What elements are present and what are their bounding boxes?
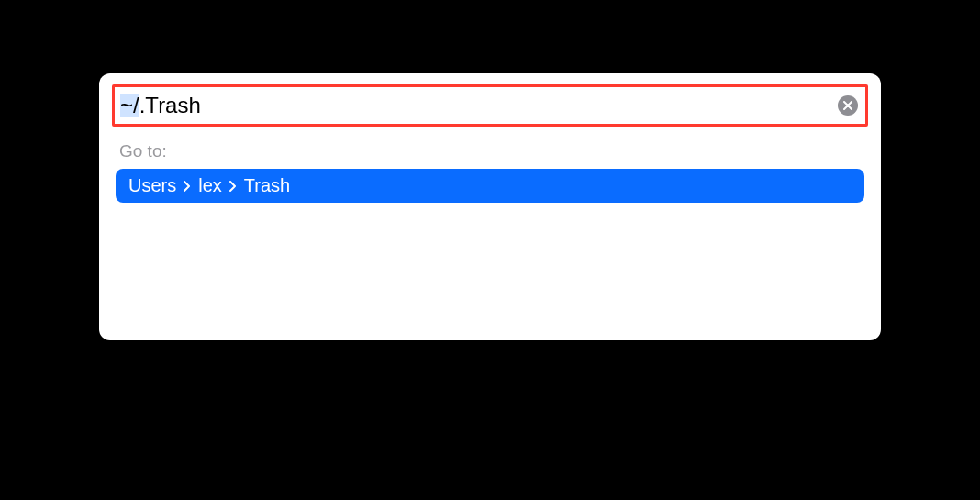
path-result-row[interactable]: Users lex Trash — [116, 169, 864, 203]
chevron-right-icon — [184, 181, 191, 192]
goto-section-label: Go to: — [99, 136, 881, 169]
close-icon — [843, 101, 852, 110]
path-input-trailing-text: .Trash — [139, 94, 201, 117]
dialog-spacer — [99, 212, 881, 340]
clear-input-button[interactable] — [838, 95, 858, 116]
path-input-selected-text: ~/ — [120, 94, 139, 117]
path-input-container[interactable]: ~/.Trash — [112, 84, 868, 127]
path-input[interactable]: ~/.Trash — [120, 94, 838, 117]
breadcrumb-segment: Trash — [244, 175, 290, 196]
breadcrumb-segment: Users — [128, 175, 176, 196]
chevron-right-icon — [229, 181, 237, 192]
goto-folder-dialog: ~/.Trash Go to: Users lex Trash — [99, 73, 881, 340]
breadcrumb-segment: lex — [198, 175, 222, 196]
